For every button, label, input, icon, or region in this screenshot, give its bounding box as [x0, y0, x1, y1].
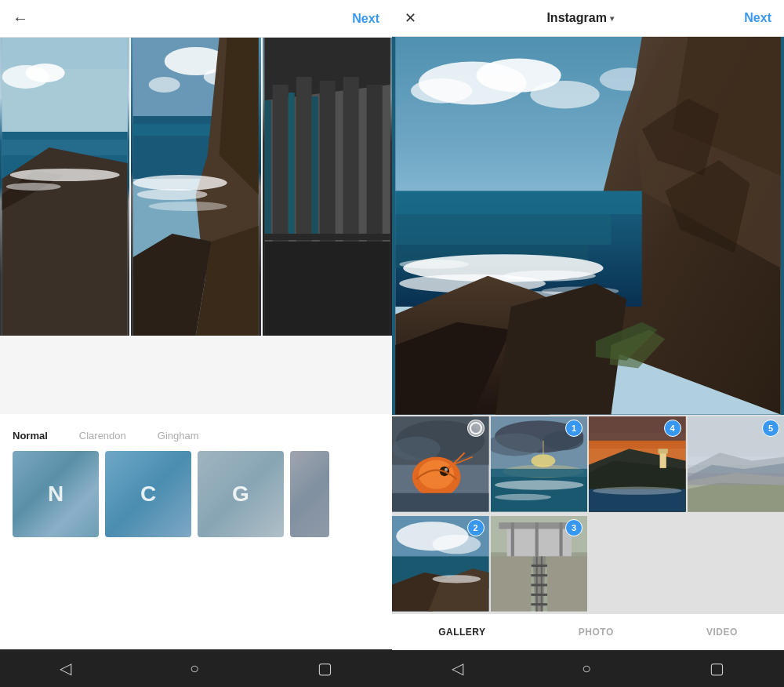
svg-rect-136	[547, 557, 587, 612]
preview-col-3	[263, 38, 392, 336]
svg-point-9	[10, 169, 120, 181]
main-photo-preview	[392, 37, 784, 415]
tab-video[interactable]: VIDEO	[697, 623, 747, 641]
thumb-item-1[interactable]	[392, 415, 489, 513]
svg-point-42	[530, 81, 599, 108]
svg-point-4	[26, 64, 65, 82]
filter-label-normal[interactable]: Normal	[13, 430, 48, 442]
thumb-item-5[interactable]: 2	[392, 514, 489, 612]
dropdown-caret-icon: ▾	[610, 14, 614, 23]
left-next-button[interactable]: Next	[352, 12, 379, 26]
preview-col-1	[0, 38, 131, 336]
tab-photo[interactable]: PHOTO	[569, 623, 623, 641]
filters-section: Normal Clarendon Gingham N C G	[0, 414, 392, 649]
svg-rect-132	[528, 584, 550, 587]
svg-rect-48	[395, 191, 641, 214]
thumb-badge-1	[467, 420, 485, 437]
filter-thumbnails: N C G	[0, 451, 392, 537]
right-next-button[interactable]: Next	[744, 11, 771, 25]
left-nav-home-icon[interactable]: ○	[190, 660, 199, 678]
svg-rect-130	[531, 565, 547, 567]
svg-point-20	[133, 175, 227, 191]
back-icon[interactable]: ←	[13, 9, 28, 27]
tab-gallery[interactable]: GALLERY	[429, 623, 495, 641]
instagram-title[interactable]: Instagram ▾	[546, 11, 613, 25]
svg-rect-135	[491, 557, 531, 612]
svg-point-10	[6, 183, 61, 191]
svg-rect-28	[272, 85, 288, 242]
filter-thumb-clarendon[interactable]: C	[105, 451, 191, 537]
svg-rect-86	[491, 469, 588, 477]
thumb-badge-2: 1	[565, 420, 583, 437]
svg-rect-32	[366, 85, 382, 242]
svg-marker-107	[688, 482, 785, 511]
spacer	[0, 336, 392, 414]
svg-rect-36	[288, 93, 294, 234]
svg-point-73	[445, 468, 448, 471]
svg-point-118	[432, 575, 481, 583]
filter-label-gingham[interactable]: Gingham	[158, 430, 199, 442]
svg-rect-125	[535, 522, 538, 556]
right-bottom-nav: ◁ ○ ▢	[392, 650, 784, 687]
svg-rect-49	[395, 214, 611, 245]
svg-point-22	[149, 202, 227, 211]
svg-rect-124	[510, 522, 514, 556]
thumb-badge-5: 2	[467, 519, 485, 536]
left-bottom-nav: ◁ ○ ▢	[0, 649, 392, 687]
svg-point-99	[593, 486, 681, 494]
thumbnail-grid: 1 4	[392, 415, 784, 613]
svg-point-112	[432, 535, 481, 554]
filter-label-clarendon[interactable]: Clarendon	[79, 430, 126, 442]
left-nav-back-icon[interactable]: ◁	[60, 659, 71, 678]
thumb-item-6[interactable]: 3	[491, 514, 588, 612]
svg-point-41	[411, 78, 473, 103]
svg-rect-29	[296, 77, 311, 242]
svg-rect-33	[264, 242, 390, 336]
svg-point-15	[149, 77, 180, 93]
left-nav-square-icon[interactable]: ▢	[318, 659, 332, 678]
svg-point-57	[399, 260, 468, 269]
svg-rect-76	[392, 493, 489, 512]
preview-collage	[0, 38, 392, 336]
instagram-title-text: Instagram	[546, 11, 606, 25]
filter-thumb-gingham[interactable]: G	[198, 451, 284, 537]
svg-rect-35	[264, 100, 270, 234]
left-panel: ← Next	[0, 0, 392, 687]
right-nav-square-icon[interactable]: ▢	[710, 659, 724, 678]
svg-rect-30	[319, 81, 335, 242]
right-nav-back-icon[interactable]: ◁	[452, 659, 463, 678]
preview-col-2	[131, 38, 262, 336]
svg-point-21	[137, 189, 208, 200]
svg-rect-97	[659, 449, 668, 453]
filter-labels: Normal Clarendon Gingham	[0, 430, 392, 442]
svg-point-88	[495, 494, 551, 500]
right-panel: ✕ Instagram ▾ Next	[392, 0, 784, 687]
svg-point-87	[495, 480, 583, 489]
left-preview-area	[0, 38, 392, 336]
left-header: ← Next	[0, 0, 392, 38]
right-header: ✕ Instagram ▾ Next	[392, 0, 784, 37]
filter-thumb-normal[interactable]: N	[13, 451, 99, 537]
filter-thumb-more[interactable]	[290, 451, 329, 537]
right-nav-home-icon[interactable]: ○	[582, 660, 591, 678]
svg-rect-34	[264, 234, 390, 240]
bottom-tabs: GALLERY PHOTO VIDEO	[392, 613, 784, 650]
thumb-item-3[interactable]: 4	[589, 415, 686, 513]
thumb-item-2[interactable]: 1	[491, 415, 588, 513]
thumb-badge-4: 5	[762, 420, 779, 437]
svg-rect-31	[343, 77, 358, 242]
svg-rect-131	[529, 574, 549, 576]
svg-rect-126	[559, 522, 562, 556]
svg-point-55	[503, 271, 596, 282]
svg-rect-108	[688, 473, 785, 485]
svg-rect-37	[311, 96, 318, 234]
thumb-item-4[interactable]: 5	[688, 415, 785, 513]
close-icon[interactable]: ✕	[405, 9, 416, 27]
thumb-badge-3: 4	[664, 420, 681, 437]
